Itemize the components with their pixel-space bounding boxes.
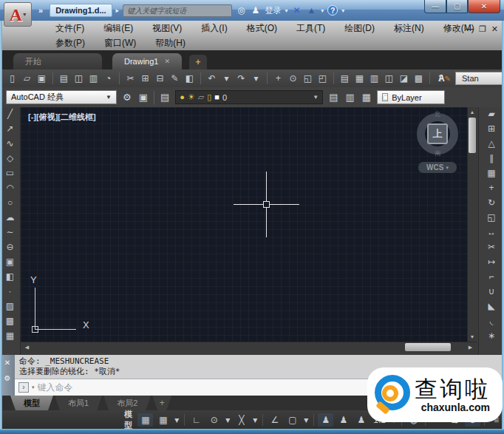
login-caret-icon[interactable]: ▾ <box>285 7 287 14</box>
menu-format[interactable]: 格式(O) <box>237 22 287 35</box>
stretch-tool[interactable]: ↔ <box>485 228 498 240</box>
doc-history-arrow-icon[interactable]: ▸ <box>116 7 120 14</box>
isodraft-icon[interactable]: ╳ <box>234 413 249 427</box>
polar-tracking-icon[interactable]: ⊙ <box>206 413 222 427</box>
annotation-autoscale-icon[interactable]: ♟ <box>336 413 351 427</box>
save-icon[interactable]: ▣ <box>35 74 48 83</box>
polar-caret[interactable]: ▾ <box>224 413 231 427</box>
style-select[interactable]: Stan <box>455 72 503 85</box>
make-layer-current-icon[interactable]: ▤ <box>327 92 339 103</box>
arc-tool[interactable]: ◠ <box>4 183 17 195</box>
sheet-set-icon[interactable]: ◫ <box>383 74 395 83</box>
close-button[interactable]: ✕ <box>468 0 500 13</box>
horizontal-scroll-thumb[interactable] <box>405 343 451 351</box>
maximize-button[interactable]: ▢ <box>446 0 468 13</box>
tab-close-icon[interactable]: ✕ <box>164 58 170 65</box>
layer-previous-icon[interactable]: ▥ <box>344 92 356 103</box>
line-tool[interactable]: ╱ <box>4 109 17 121</box>
join-tool[interactable]: ∪ <box>485 287 498 299</box>
scroll-down-button[interactable]: ▼ <box>468 332 477 342</box>
tab-model[interactable]: 模型 <box>10 396 53 410</box>
copy-tool[interactable]: ⊞ <box>485 124 498 136</box>
publish-icon[interactable]: ▥ <box>87 74 100 83</box>
layer-sun-icon[interactable]: ☀ <box>188 92 195 102</box>
vertical-scroll-thumb[interactable] <box>469 118 476 153</box>
object-snap-icon[interactable]: ▢ <box>285 413 300 427</box>
scroll-up-button[interactable]: ▲ <box>468 107 477 117</box>
insert-block-tool[interactable]: ▣ <box>4 257 17 269</box>
redo-caret[interactable]: ▾ <box>250 74 262 83</box>
layer-states-icon[interactable]: ▦ <box>361 92 372 103</box>
polygon-tool[interactable]: ◇ <box>4 154 17 166</box>
help-icon[interactable]: ? <box>327 5 338 16</box>
osnap-caret[interactable]: ▾ <box>302 413 310 427</box>
cut-icon[interactable]: ✂ <box>124 74 137 83</box>
quickcalc-icon[interactable]: ▩ <box>412 74 425 83</box>
viewcube[interactable]: 北 上 南 <box>417 113 458 155</box>
comm-caret-icon[interactable]: ▾ <box>321 7 324 14</box>
rectangle-tool[interactable]: ▭ <box>4 169 17 180</box>
doc-restore-button[interactable]: ❐ <box>479 24 486 34</box>
communication-center-icon[interactable]: ▲ <box>305 6 317 15</box>
object-snap-tracking-icon[interactable]: ∠ <box>267 413 282 427</box>
viewcube-north-label[interactable]: 北 <box>435 110 440 118</box>
properties-icon[interactable]: ▤ <box>338 74 351 83</box>
menu-dimension[interactable]: 标注(N) <box>384 22 434 35</box>
text-style-icon[interactable]: A✎ <box>438 73 451 84</box>
layer-lock-icon[interactable]: ▯ <box>207 92 211 102</box>
mirror-tool[interactable]: △ <box>485 139 498 151</box>
plot-preview-icon[interactable]: ◫ <box>72 74 85 83</box>
command-close-icon[interactable]: ✕ <box>4 359 10 367</box>
polyline-tool[interactable]: ∿ <box>4 139 17 151</box>
zoom-previous-icon[interactable]: ◰ <box>316 74 329 83</box>
menu-window[interactable]: 窗口(W) <box>95 37 146 50</box>
viewcube-top-face[interactable]: 上 <box>427 123 448 144</box>
layer-properties-icon[interactable]: ▤ <box>159 92 171 103</box>
chevron-down-icon[interactable]: ▾ <box>32 384 35 390</box>
layer-control-select[interactable]: ●☀▱▯■ 0 ▼ <box>175 90 323 104</box>
search-input[interactable] <box>123 4 232 17</box>
exchange-apps-icon[interactable]: ✕ <box>291 6 302 15</box>
layer-on-icon[interactable]: ● <box>180 92 185 102</box>
minimize-button[interactable]: — <box>424 0 446 13</box>
block-editor-icon[interactable]: ◧ <box>183 74 196 83</box>
offset-tool[interactable]: ∥ <box>485 154 498 166</box>
menu-edit[interactable]: 编辑(E) <box>94 22 143 35</box>
wcs-menu[interactable]: WCS ▾ <box>418 162 457 173</box>
erase-tool[interactable]: ▰ <box>485 109 498 121</box>
workspace-switch-icon[interactable]: ▣ <box>137 92 149 103</box>
ellipse-tool[interactable]: ⊖ <box>4 243 17 254</box>
construction-line-tool[interactable]: ↗ <box>4 124 17 136</box>
match-properties-icon[interactable]: ✎ <box>168 74 181 83</box>
vertical-scrollbar[interactable]: ▲ ▼ <box>467 107 477 342</box>
spline-tool[interactable]: ∼ <box>4 228 17 240</box>
scroll-right-button[interactable]: ▶ <box>466 342 475 353</box>
rotate-tool[interactable]: ↻ <box>485 198 498 210</box>
annotation-visibility-icon[interactable]: ♟ <box>318 413 333 427</box>
layer-color-swatch[interactable]: ■ <box>214 92 219 102</box>
command-settings-icon[interactable]: ⚙ <box>4 374 11 382</box>
drawing-canvas[interactable]: [-][俯视][二维线框] 北 上 南 WCS ▾ Y X <box>21 107 467 342</box>
table-tool[interactable]: ▦ <box>4 331 17 343</box>
doc-minimize-button[interactable]: — <box>466 24 474 34</box>
point-tool[interactable]: ∙ <box>4 287 17 299</box>
menu-tools[interactable]: 工具(T) <box>287 22 335 35</box>
tab-drawing1[interactable]: Drawing1 ✕ <box>112 53 182 69</box>
menu-help[interactable]: 帮助(H) <box>146 37 195 50</box>
print-icon[interactable]: ▤ <box>58 74 70 83</box>
menu-view[interactable]: 视图(V) <box>143 22 191 35</box>
make-block-tool[interactable]: ◧ <box>4 272 17 284</box>
open-file-icon[interactable]: ▱ <box>21 74 33 83</box>
menu-file[interactable]: 文件(F) <box>46 22 94 35</box>
recent-commands-icon[interactable]: › <box>18 382 29 393</box>
menu-parametric[interactable]: 参数(P) <box>46 37 95 50</box>
viewport-controls-label[interactable]: [-][俯视][二维线框] <box>28 112 96 123</box>
designcenter-icon[interactable]: ▦ <box>353 74 366 83</box>
horizontal-scrollbar[interactable]: ◀ ▶ <box>21 342 477 352</box>
help-caret-icon[interactable]: ▾ <box>341 7 344 14</box>
tab-layout1[interactable]: 布局1 <box>55 396 102 410</box>
snap-icon[interactable]: ▦ <box>155 413 171 427</box>
chamfer-tool[interactable]: ◣ <box>485 302 498 313</box>
fillet-tool[interactable]: ◟ <box>485 316 498 328</box>
trim-tool[interactable]: ✂ <box>485 243 498 254</box>
